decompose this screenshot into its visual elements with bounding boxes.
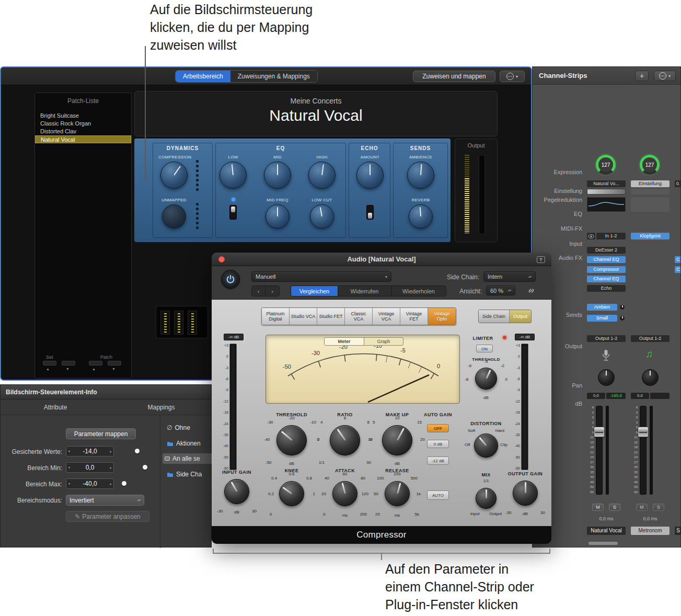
mini-fader[interactable] bbox=[188, 311, 197, 335]
unmapped-knob[interactable]: UNMAPPED bbox=[158, 198, 190, 229]
instrument-slot[interactable]: Klopfgeist bbox=[631, 233, 670, 239]
open-in-window-icon[interactable] bbox=[537, 256, 545, 263]
set-button[interactable] bbox=[62, 361, 75, 366]
input-gain-knob[interactable]: -30dB30 bbox=[216, 475, 258, 515]
distortion-knob[interactable]: OffSoftHardClip bbox=[466, 427, 506, 465]
setting-slot[interactable]: Natural Vo... bbox=[587, 180, 626, 187]
patch-button[interactable] bbox=[108, 361, 121, 366]
release-knob[interactable]: 501002005001k205kms bbox=[375, 475, 419, 517]
audio-fx-slot[interactable]: Channel EQ bbox=[587, 256, 626, 263]
setting-slot[interactable]: 0. bbox=[675, 180, 681, 187]
audio-fx-slot[interactable]: DeEsser 2 bbox=[587, 247, 626, 254]
setting-slot[interactable]: Einstellung bbox=[631, 180, 670, 187]
auto-gain-0db-button[interactable]: 0 dB bbox=[427, 440, 449, 448]
auto-release-button[interactable]: AUTO bbox=[427, 490, 449, 500]
auto-gain-minus12db-button[interactable]: -12 dB bbox=[427, 457, 449, 465]
tab-zuweisungen-mappings[interactable]: Zuweisungen & Mappings bbox=[230, 71, 317, 82]
output-gain-knob[interactable]: -30dB30 bbox=[504, 476, 546, 516]
undo-button[interactable]: Widerrufen bbox=[338, 286, 391, 296]
range-min-field[interactable]: 0,0 bbox=[70, 464, 110, 471]
mapping-item-sidechain[interactable]: Side Cha bbox=[167, 469, 202, 480]
channel-name[interactable]: Natural Vocal bbox=[587, 527, 626, 535]
audio-fx-slot[interactable]: Compressor bbox=[587, 266, 626, 273]
compression-knob[interactable]: COMPRESSION bbox=[158, 155, 190, 189]
channel-strips-options-button[interactable]: •••▾ bbox=[654, 71, 676, 81]
volume-fader[interactable] bbox=[640, 406, 647, 495]
range-min-stepper[interactable]: ▾0,0▴ bbox=[66, 462, 114, 473]
audio-fx-slot[interactable]: C bbox=[675, 266, 681, 273]
send-slot[interactable]: Ambien bbox=[587, 304, 617, 311]
ratio-knob[interactable]: 2468101/130 bbox=[319, 419, 371, 465]
adjust-parameter-button[interactable]: ✎Parameter anpassen bbox=[66, 511, 149, 522]
set-up-icon[interactable]: ▲ bbox=[46, 367, 50, 371]
link-icon[interactable] bbox=[527, 287, 536, 295]
echo-toggle-switch[interactable] bbox=[366, 205, 374, 220]
mute-button[interactable]: M bbox=[592, 504, 604, 511]
tab-arbeitsbereich[interactable]: Arbeitsbereich bbox=[176, 71, 230, 82]
model-button[interactable]: Studio FET bbox=[317, 308, 345, 325]
view-zoom-stepper[interactable]: 60 % ▴▾ bbox=[486, 286, 515, 295]
patch-item[interactable]: Classic Rock Organ bbox=[35, 120, 131, 128]
mute-button[interactable]: M bbox=[636, 504, 648, 511]
set-button[interactable] bbox=[43, 361, 56, 366]
model-button-selected[interactable]: Vintage Opto bbox=[428, 308, 456, 325]
model-button[interactable]: Vintage VCA bbox=[373, 308, 400, 325]
limiter-threshold-knob[interactable]: -8-6-4-20dB bbox=[466, 362, 506, 399]
saved-values-slider[interactable] bbox=[135, 449, 140, 453]
mapping-item-none[interactable]: ∅Ohne bbox=[167, 423, 190, 433]
range-max-slider[interactable] bbox=[122, 481, 126, 486]
close-button[interactable] bbox=[218, 256, 225, 263]
patch-up-icon[interactable]: ▲ bbox=[92, 367, 96, 371]
output-button[interactable]: Output bbox=[510, 310, 531, 323]
tab-meter[interactable]: Meter bbox=[325, 338, 364, 345]
tab-attribute[interactable]: Attribute bbox=[21, 400, 89, 415]
ambience-knob[interactable]: AMBIENCE bbox=[405, 155, 436, 189]
patch-item[interactable]: Bright Suitcase bbox=[35, 112, 131, 120]
expression-knob[interactable]: 127 bbox=[640, 155, 660, 175]
patch-down-icon[interactable]: ▼ bbox=[112, 367, 116, 371]
send-slot[interactable]: Small bbox=[587, 315, 617, 322]
model-button[interactable]: Platinum Digital bbox=[262, 308, 290, 325]
fader-cap[interactable] bbox=[638, 427, 649, 437]
eq-mid-knob[interactable]: MID bbox=[262, 155, 293, 189]
volume-value[interactable]: 0,0 bbox=[587, 393, 605, 399]
volume-fader[interactable] bbox=[596, 406, 603, 495]
next-button[interactable]: › bbox=[266, 286, 279, 296]
more-options-button[interactable]: •••▾ bbox=[500, 71, 525, 82]
power-button[interactable] bbox=[221, 270, 240, 289]
output-fader[interactable] bbox=[479, 155, 485, 234]
low-cut-knob[interactable]: LOW CUT bbox=[306, 198, 338, 229]
mini-fader[interactable] bbox=[160, 311, 170, 335]
audio-fx-slot[interactable]: C bbox=[675, 256, 681, 263]
patch-item-selected[interactable]: Natural Vocal bbox=[35, 135, 131, 143]
makeup-knob[interactable]: 05101520dB bbox=[371, 419, 423, 465]
pan-knob[interactable] bbox=[642, 369, 659, 386]
send-level-knob[interactable] bbox=[619, 304, 625, 310]
expression-knob[interactable]: 127 bbox=[596, 155, 616, 175]
eq-thumbnail[interactable] bbox=[587, 197, 626, 212]
side-chain-dropdown[interactable]: Intern ▴▾ bbox=[483, 271, 536, 282]
channel-name[interactable]: S bbox=[675, 527, 681, 535]
side-chain-button[interactable]: Side Chain bbox=[479, 310, 510, 323]
model-button[interactable]: Classic VCA bbox=[345, 308, 373, 325]
audio-fx-slot[interactable]: Echo bbox=[587, 285, 626, 292]
range-min-slider[interactable] bbox=[143, 465, 147, 470]
model-button[interactable]: Studio VCA bbox=[290, 308, 317, 325]
mapping-item-actions[interactable]: Aktionen bbox=[167, 438, 201, 449]
prev-button[interactable]: ‹ bbox=[252, 286, 266, 296]
stepper-arrows[interactable]: ▴ bbox=[110, 450, 111, 453]
saved-values-stepper[interactable]: ▾-14,0▴ bbox=[66, 446, 114, 457]
input-slot[interactable]: In 1-2 bbox=[596, 233, 626, 239]
set-down-icon[interactable]: ▼ bbox=[66, 367, 70, 371]
saved-values-field[interactable]: -14,0 bbox=[70, 448, 110, 455]
eq-low-knob[interactable]: LOW bbox=[217, 155, 249, 189]
eye-icon[interactable] bbox=[587, 233, 595, 239]
model-button[interactable]: Vintage FET bbox=[400, 308, 428, 325]
tab-mappings[interactable]: Mappings bbox=[129, 400, 194, 415]
channel-name[interactable]: Metronom bbox=[631, 527, 670, 535]
mini-fader[interactable] bbox=[174, 311, 183, 335]
assign-and-map-button[interactable]: Zuweisen und mappen bbox=[413, 71, 495, 82]
add-channel-strip-button[interactable]: + bbox=[635, 71, 649, 81]
mapping-item-selected[interactable]: An alle se bbox=[163, 453, 212, 464]
preset-dropdown[interactable]: Manuell▾ bbox=[251, 271, 391, 282]
